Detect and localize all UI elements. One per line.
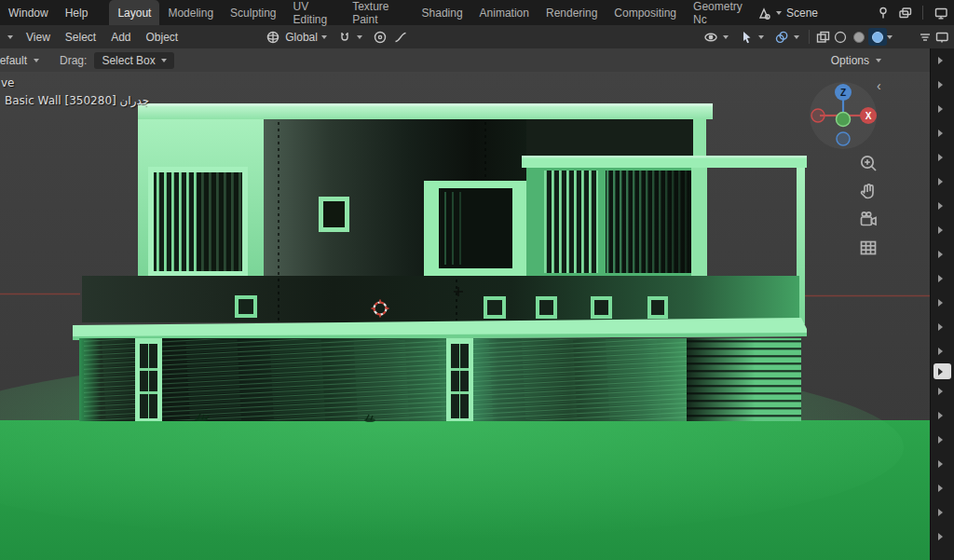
expand-arrow-icon[interactable] (938, 178, 943, 185)
new-window-icon[interactable] (896, 5, 913, 21)
navigation-gizmo[interactable]: Z X (808, 80, 879, 151)
outliner-expand-row[interactable] (931, 121, 954, 145)
tab-shading[interactable]: Shading (414, 0, 471, 25)
tool-preset-dropdown[interactable]: Default (0, 48, 43, 72)
3d-viewport[interactable]: ve Basic Wall جدران [350280] Z X ‹ (0, 72, 930, 560)
shading-chevron-icon[interactable] (887, 35, 893, 39)
pin-icon[interactable] (875, 5, 892, 21)
outliner-expand-row[interactable] (934, 363, 951, 379)
sidebar-collapse-icon[interactable]: ‹ (877, 79, 881, 92)
scene-name[interactable]: Scene (786, 7, 818, 20)
tab-sculpting[interactable]: Sculpting (222, 0, 284, 25)
expand-arrow-icon[interactable] (938, 460, 943, 468)
tab-geometry-nodes[interactable]: Geometry Nc (685, 0, 755, 25)
expand-arrow-icon[interactable] (938, 154, 943, 161)
outliner-expand-row[interactable] (931, 266, 954, 291)
expand-arrow-icon[interactable] (938, 388, 943, 395)
editor-type-chevron-icon[interactable] (2, 29, 19, 46)
pan-hand-icon[interactable] (857, 181, 879, 203)
menu-window[interactable]: Window (0, 0, 57, 25)
tab-rendering[interactable]: Rendering (538, 0, 606, 25)
transform-orientation-dropdown[interactable]: Global (260, 29, 332, 46)
shading-solid-button[interactable] (850, 28, 868, 46)
snap-magnet-icon[interactable] (336, 29, 353, 46)
tab-animation[interactable]: Animation (471, 0, 538, 25)
tab-texture-paint[interactable]: Texture Paint (344, 0, 413, 25)
roof-support-post[interactable] (693, 119, 706, 158)
expand-arrow-icon[interactable] (938, 275, 943, 282)
outliner-expand-row[interactable] (931, 194, 954, 218)
expand-arrow-icon[interactable] (938, 202, 943, 210)
scene-dropdown-chevron-icon[interactable] (776, 11, 782, 15)
outliner-expand-row[interactable] (931, 379, 954, 403)
mid-floor-strip[interactable] (82, 276, 799, 322)
expand-arrow-icon[interactable] (938, 485, 943, 492)
tab-compositing[interactable]: Compositing (606, 0, 685, 25)
outliner-expand-row[interactable] (931, 97, 954, 121)
expand-arrow-icon[interactable] (938, 368, 943, 376)
proportional-edit-icon[interactable] (372, 29, 388, 46)
scene-browse-icon[interactable] (755, 5, 771, 21)
outliner-expand-row[interactable] (931, 525, 954, 549)
menu-add[interactable]: Add (103, 31, 138, 44)
ortho-grid-icon[interactable] (857, 237, 879, 259)
shading-wireframe-button[interactable] (831, 28, 850, 46)
tab-layout[interactable]: Layout (109, 0, 159, 25)
gizmo-y-axis[interactable] (837, 113, 851, 127)
menu-object[interactable]: Object (139, 31, 186, 44)
building-model[interactable] (73, 103, 807, 422)
expand-arrow-icon[interactable] (938, 436, 943, 444)
expand-arrow-icon[interactable] (938, 299, 943, 307)
tab-uv-editing[interactable]: UV Editing (284, 0, 344, 25)
proportional-edit-group[interactable] (367, 29, 414, 46)
filter-icon[interactable] (917, 29, 934, 46)
menu-view[interactable]: View (19, 31, 58, 44)
snapping-group[interactable] (332, 29, 367, 46)
outliner-expand-row[interactable] (931, 73, 954, 97)
outliner-expand-row[interactable] (931, 500, 954, 525)
expand-arrow-icon[interactable] (938, 533, 943, 540)
camera-view-icon[interactable] (857, 209, 879, 231)
expand-arrow-icon[interactable] (938, 509, 943, 516)
expand-arrow-icon[interactable] (938, 105, 943, 113)
monitor-icon[interactable] (933, 5, 949, 21)
outliner-expand-row[interactable] (931, 476, 954, 500)
expand-arrow-icon[interactable] (938, 226, 943, 234)
overlays-dropdown[interactable] (769, 29, 804, 46)
gizmo-neg-x-axis[interactable] (811, 109, 825, 122)
expand-arrow-icon[interactable] (938, 412, 943, 419)
expand-arrow-icon[interactable] (938, 57, 943, 64)
outliner-expand-row[interactable] (931, 452, 954, 476)
expand-arrow-icon[interactable] (938, 130, 943, 137)
object-visibility-dropdown[interactable] (698, 29, 733, 46)
outliner-expand-row[interactable] (931, 339, 954, 363)
xray-toggle-icon[interactable] (814, 29, 831, 46)
snap-chevron-icon[interactable] (357, 35, 362, 39)
door-center[interactable] (446, 338, 473, 421)
door-left[interactable] (135, 338, 162, 421)
outliner-expand-row[interactable] (931, 242, 954, 266)
outliner-expand-row[interactable] (931, 428, 954, 452)
drag-mode-dropdown[interactable]: Select Box (94, 52, 173, 69)
falloff-curve-icon[interactable] (392, 29, 409, 46)
display-mode-icon[interactable] (934, 29, 950, 46)
gizmos-dropdown[interactable] (733, 29, 769, 46)
shading-material-button[interactable] (868, 28, 887, 46)
outliner-expand-row[interactable] (931, 218, 954, 242)
expand-arrow-icon[interactable] (938, 251, 943, 258)
zoom-tool-icon[interactable] (857, 153, 879, 175)
tab-modeling[interactable]: Modeling (159, 0, 222, 25)
menu-select[interactable]: Select (58, 31, 103, 44)
outliner-expand-row[interactable] (931, 291, 954, 315)
gizmo-neg-z-axis[interactable] (837, 132, 850, 145)
expand-arrow-icon[interactable] (938, 323, 943, 331)
outliner-expand-row[interactable] (931, 315, 954, 339)
outliner-expand-row[interactable] (931, 170, 954, 194)
options-dropdown[interactable]: Options (831, 54, 881, 67)
outliner-expand-row[interactable] (931, 48, 954, 73)
outliner-expand-row[interactable] (931, 403, 954, 428)
window-louvers-right-1[interactable] (544, 171, 598, 273)
outliner-expand-row[interactable] (931, 145, 954, 170)
viewport-3d-scene[interactable] (0, 72, 930, 560)
expand-arrow-icon[interactable] (938, 81, 943, 89)
